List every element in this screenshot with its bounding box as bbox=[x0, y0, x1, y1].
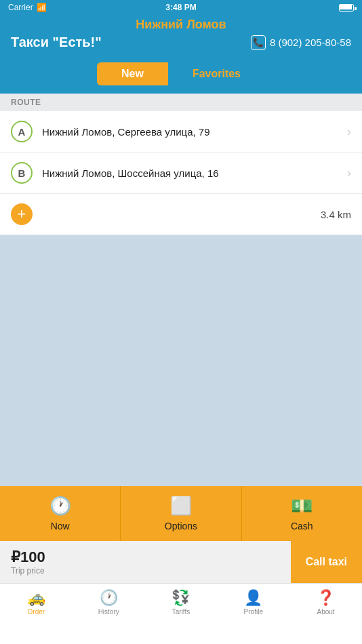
about-icon: ❓ bbox=[317, 589, 335, 607]
bottom-nav: 🚕 Order 🕐 History 💱 Tariffs 👤 Profile ❓ … bbox=[0, 583, 362, 621]
route-item-b[interactable]: B Нижний Ломов, Шоссейная улица, 16 › bbox=[0, 153, 362, 194]
history-icon: 🕐 bbox=[100, 589, 118, 607]
price-row: ₽100 Trip price Call taxi bbox=[0, 541, 362, 583]
options-button[interactable]: ⬜ Options bbox=[121, 486, 241, 541]
about-label: About bbox=[317, 608, 335, 616]
phone-icon: 📞 bbox=[251, 35, 266, 50]
wifi-icon: 📶 bbox=[37, 3, 47, 12]
favorites-tab[interactable]: Favorites bbox=[168, 62, 265, 85]
options-label: Options bbox=[165, 521, 197, 531]
nav-about[interactable]: ❓ About bbox=[289, 584, 362, 621]
tariffs-label: Tariffs bbox=[172, 608, 190, 616]
now-button[interactable]: 🕐 Now bbox=[0, 486, 121, 541]
carrier-text: Carrier bbox=[8, 3, 33, 12]
distance-text: 3.4 km bbox=[321, 209, 351, 220]
nav-tariffs[interactable]: 💱 Tariffs bbox=[145, 584, 218, 621]
route-b-text: Нижний Ломов, Шоссейная улица, 16 bbox=[42, 167, 347, 179]
order-label: Order bbox=[28, 608, 45, 616]
map-area[interactable] bbox=[0, 235, 362, 486]
chevron-right-icon-b: › bbox=[347, 166, 351, 180]
profile-label: Profile bbox=[244, 608, 263, 616]
add-stop-row: + 3.4 km bbox=[0, 194, 362, 235]
phone-row[interactable]: 📞 8 (902) 205-80-58 bbox=[251, 35, 351, 50]
action-buttons-row: 🕐 Now ⬜ Options 💵 Cash bbox=[0, 486, 362, 541]
battery-icon bbox=[339, 4, 354, 12]
taxi-name: Такси "Есть!" bbox=[11, 35, 102, 50]
cash-label: Cash bbox=[291, 521, 313, 531]
options-icon: ⬜ bbox=[170, 496, 192, 517]
nav-profile[interactable]: 👤 Profile bbox=[217, 584, 289, 621]
price-value: ₽100 bbox=[11, 548, 280, 566]
tariffs-icon: 💱 bbox=[172, 589, 190, 607]
route-item-a[interactable]: A Нижний Ломов, Сергеева улица, 79 › bbox=[0, 111, 362, 153]
clock-icon: 🕐 bbox=[49, 496, 71, 517]
add-stop-button[interactable]: + bbox=[11, 203, 33, 225]
nav-history[interactable]: 🕐 History bbox=[73, 584, 145, 621]
app-header: Нижний Ломов Такси "Есть!" 📞 8 (902) 205… bbox=[0, 15, 362, 57]
cash-button[interactable]: 💵 Cash bbox=[242, 486, 362, 541]
route-section-label: ROUTE bbox=[0, 94, 362, 111]
tab-switcher: New Favorites bbox=[0, 57, 362, 94]
history-label: History bbox=[98, 608, 119, 616]
status-bar: Carrier 📶 3:48 PM bbox=[0, 0, 362, 15]
phone-number: 8 (902) 205-80-58 bbox=[270, 37, 351, 48]
route-a-text: Нижний Ломов, Сергеева улица, 79 bbox=[42, 126, 347, 138]
now-label: Now bbox=[51, 521, 70, 531]
chevron-right-icon-a: › bbox=[347, 125, 351, 139]
point-a-badge: A bbox=[11, 121, 33, 142]
cash-icon: 💵 bbox=[291, 496, 313, 517]
point-b-badge: B bbox=[11, 162, 33, 184]
city-name: Нижний Ломов bbox=[11, 18, 351, 32]
order-icon: 🚕 bbox=[27, 589, 45, 607]
trip-price-label: Trip price bbox=[11, 566, 280, 576]
status-time: 3:48 PM bbox=[165, 3, 196, 12]
profile-icon: 👤 bbox=[244, 589, 262, 607]
route-list: A Нижний Ломов, Сергеева улица, 79 › B Н… bbox=[0, 111, 362, 235]
new-tab[interactable]: New bbox=[97, 62, 168, 85]
price-info: ₽100 Trip price bbox=[0, 541, 291, 583]
nav-order[interactable]: 🚕 Order bbox=[0, 584, 73, 621]
call-taxi-button[interactable]: Call taxi bbox=[291, 541, 362, 583]
